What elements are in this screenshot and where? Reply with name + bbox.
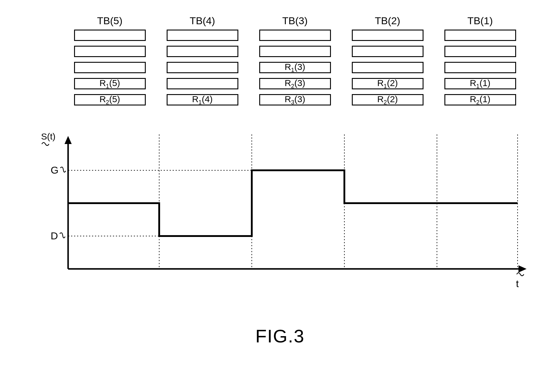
buffer-slot xyxy=(444,62,516,73)
buffer-slot-label: R2(5) xyxy=(99,94,120,106)
buffer-slot-label: R1(5) xyxy=(99,78,120,90)
figure-diagram: TB(5)R1(5)R2(5)TB(4)R1(4)TB(3)R1(3)R2(3)… xyxy=(26,12,534,341)
y-tick-D: D xyxy=(51,230,66,242)
y-tick-G: G xyxy=(51,164,66,176)
buffer-slot-label: R2(2) xyxy=(377,94,398,106)
buffer-slot xyxy=(74,46,146,57)
buffer-slot xyxy=(352,46,424,57)
buffer-slot: R1(2) xyxy=(352,78,424,89)
buffer-slot-label: R1(4) xyxy=(192,94,213,106)
y-axis-label: S(t) xyxy=(41,131,56,148)
figure-caption: FIG.3 xyxy=(255,325,305,347)
buffer-slot: R2(2) xyxy=(352,94,424,105)
buffer-slot xyxy=(74,62,146,73)
column-header: TB(1) xyxy=(467,15,493,27)
buffer-slot-label: R1(3) xyxy=(285,62,305,74)
buffer-column: TB(2)R1(2)R2(2) xyxy=(349,15,426,110)
column-header: TB(3) xyxy=(282,15,308,27)
buffer-slot: R1(3) xyxy=(259,62,331,73)
svg-marker-3 xyxy=(518,265,527,272)
buffer-slot: R2(3) xyxy=(259,78,331,89)
buffer-slot: R2(5) xyxy=(74,94,146,105)
buffer-slot: R1(5) xyxy=(74,78,146,89)
buffer-slot xyxy=(74,30,146,41)
buffer-slot xyxy=(167,78,238,89)
chart-area: S(t) G D t xyxy=(56,134,528,284)
buffer-slot-label: R1(2) xyxy=(377,78,398,90)
buffer-slot xyxy=(444,46,516,57)
buffer-slot xyxy=(167,62,238,73)
buffer-column: TB(5)R1(5)R2(5) xyxy=(71,15,149,110)
buffer-slot xyxy=(352,62,424,73)
buffer-slot: R3(3) xyxy=(259,94,331,105)
buffer-slot xyxy=(167,46,238,57)
buffer-slot: R1(1) xyxy=(444,78,516,89)
buffer-column: TB(3)R1(3)R2(3)R3(3) xyxy=(256,15,334,110)
column-header: TB(2) xyxy=(375,15,400,27)
buffer-slot-label: R2(3) xyxy=(285,78,305,90)
buffer-slot xyxy=(352,30,424,41)
buffer-slot: R1(4) xyxy=(167,94,238,105)
buffer-column: TB(4)R1(4) xyxy=(164,15,241,110)
buffer-slot xyxy=(444,30,516,41)
buffer-slot xyxy=(167,30,238,41)
buffer-slot xyxy=(259,46,331,57)
column-header: TB(5) xyxy=(97,15,122,27)
column-header: TB(4) xyxy=(190,15,215,27)
buffer-slot: R2(1) xyxy=(444,94,516,105)
x-axis-label: t xyxy=(516,272,524,290)
step-chart-svg xyxy=(56,134,528,290)
buffer-columns: TB(5)R1(5)R2(5)TB(4)R1(4)TB(3)R1(3)R2(3)… xyxy=(71,15,519,110)
buffer-slot-label: R1(1) xyxy=(470,78,490,90)
buffer-column: TB(1)R1(1)R2(1) xyxy=(441,15,519,110)
buffer-slot-label: R2(1) xyxy=(470,94,490,106)
buffer-slot xyxy=(259,30,331,41)
buffer-slot-label: R3(3) xyxy=(285,94,305,106)
svg-marker-1 xyxy=(65,136,72,144)
